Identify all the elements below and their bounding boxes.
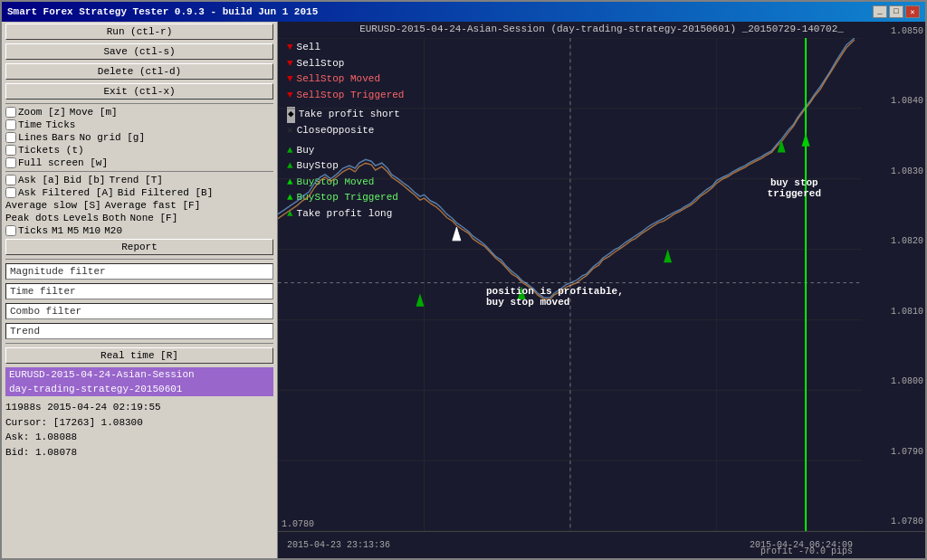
m20-label[interactable]: M20 bbox=[104, 225, 122, 236]
profit-label: profit -70.0 pips bbox=[760, 546, 853, 556]
annotation-position-profitable: position is profitable,buy stop moved bbox=[486, 275, 624, 329]
status-line2: Cursor: [17263] 1.08300 bbox=[5, 415, 273, 431]
ticks-label[interactable]: Ticks bbox=[45, 119, 75, 130]
bid-filtered-label[interactable]: Bid Filtered [B] bbox=[118, 187, 214, 198]
svg-marker-18 bbox=[802, 133, 810, 147]
zoom-label[interactable]: Zoom [z] bbox=[5, 107, 66, 118]
none-label[interactable]: None [F] bbox=[129, 213, 177, 223]
delete-button[interactable]: Delete (ctl-d) bbox=[5, 63, 273, 80]
zoom-checkbox[interactable] bbox=[5, 107, 16, 118]
time-label-left: 2015-04-23 23:13:36 bbox=[287, 540, 390, 550]
divider-4 bbox=[5, 343, 273, 344]
instrument-item-0[interactable]: EURUSD-2015-04-24-Asian-Session bbox=[5, 367, 273, 382]
chart-title: EURUSD-2015-04-24-Asian-Session (day-tra… bbox=[359, 24, 844, 34]
ask-filtered-checkbox[interactable] bbox=[5, 187, 16, 198]
realtime-button[interactable]: Real time [R] bbox=[5, 347, 273, 364]
peak-dots-label[interactable]: Peak dots bbox=[5, 213, 59, 223]
exit-button[interactable]: Exit (ctl-x) bbox=[5, 83, 273, 100]
fullscreen-label[interactable]: Full screen [w] bbox=[5, 157, 108, 168]
ask-bid-filtered-row: Ask Filtered [A] Bid Filtered [B] bbox=[2, 186, 277, 199]
tickets-checkbox[interactable] bbox=[5, 145, 16, 156]
move-label[interactable]: Move [m] bbox=[70, 107, 118, 118]
no-grid-label[interactable]: No grid [g] bbox=[79, 132, 145, 143]
main-window: Smart Forex Strategy Tester 0.9.3 - buil… bbox=[0, 0, 927, 560]
avg-fast-label[interactable]: Average fast [F] bbox=[105, 200, 201, 211]
status-line3: Ask: 1.08088 bbox=[5, 430, 273, 445]
divider-3 bbox=[5, 259, 273, 260]
zoom-move-row: Zoom [z] Move [m] bbox=[2, 106, 277, 119]
status-line4: Bid: 1.08078 bbox=[5, 445, 273, 460]
instrument-list: EURUSD-2015-04-24-Asian-Session day-trad… bbox=[5, 367, 273, 396]
time-ticks-row: Time Ticks bbox=[2, 119, 277, 131]
ask-checkbox[interactable] bbox=[5, 175, 16, 185]
lines-bars-row: Lines Bars No grid [g] bbox=[2, 131, 277, 144]
trend-filter[interactable]: Trend bbox=[5, 323, 273, 339]
price-7: 1.0790 bbox=[864, 447, 923, 457]
time-label[interactable]: Time bbox=[5, 119, 42, 130]
main-content: Run (ctl-r) Save (ctl-s) Delete (ctl-d) … bbox=[2, 22, 925, 558]
chart-area[interactable]: EURUSD-2015-04-24-Asian-Session (day-tra… bbox=[278, 22, 925, 558]
both-label[interactable]: Both bbox=[102, 213, 126, 223]
divider-2 bbox=[5, 171, 273, 172]
avg-slow-label[interactable]: Average slow [S] bbox=[5, 200, 101, 211]
lines-checkbox[interactable] bbox=[5, 132, 16, 143]
tickets-row: Tickets (t) bbox=[2, 144, 277, 157]
price-8: 1.0780 bbox=[864, 517, 923, 527]
m10-label[interactable]: M10 bbox=[82, 225, 100, 236]
combo-filter[interactable]: Combo filter bbox=[5, 303, 273, 319]
bars-label[interactable]: Bars bbox=[52, 132, 75, 143]
lines-label[interactable]: Lines bbox=[5, 132, 48, 143]
price-2: 1.0840 bbox=[864, 96, 923, 106]
timeframe-row: Ticks M1 M5 M10 M20 bbox=[2, 224, 277, 237]
magnitude-filter[interactable]: Magnitude filter bbox=[5, 263, 273, 280]
divider-1 bbox=[5, 103, 273, 104]
svg-marker-14 bbox=[416, 293, 425, 307]
annotation-buy-stop-triggered: buy stoptriggered bbox=[768, 166, 821, 210]
ask-bid-trend-row: Ask [a] Bid [b] Trend [T] bbox=[2, 174, 277, 186]
m5-label[interactable]: M5 bbox=[67, 225, 79, 236]
time-checkbox[interactable] bbox=[5, 119, 16, 130]
sidebar: Run (ctl-r) Save (ctl-s) Delete (ctl-d) … bbox=[2, 22, 278, 558]
instrument-item-1[interactable]: day-trading-strategy-20150601 bbox=[5, 382, 273, 396]
report-button[interactable]: Report bbox=[5, 239, 273, 255]
ask-filtered-label[interactable]: Ask Filtered [A] bbox=[5, 187, 114, 198]
levels-label[interactable]: Levels bbox=[62, 213, 99, 223]
save-button[interactable]: Save (ctl-s) bbox=[5, 43, 273, 60]
price-6: 1.0800 bbox=[864, 376, 923, 386]
status-area: 11988s 2015-04-24 02:19:55 Cursor: [1726… bbox=[2, 398, 277, 461]
maximize-button[interactable]: □ bbox=[889, 5, 903, 18]
run-button[interactable]: Run (ctl-r) bbox=[5, 24, 273, 40]
m1-label[interactable]: M1 bbox=[52, 225, 63, 236]
time-filter[interactable]: Time filter bbox=[5, 283, 273, 299]
svg-marker-16 bbox=[664, 250, 672, 263]
ticks-tf-checkbox[interactable] bbox=[5, 225, 16, 236]
price-axis: 1.0850 1.0840 1.0830 1.0820 1.0810 1.080… bbox=[862, 22, 925, 531]
fullscreen-checkbox[interactable] bbox=[5, 157, 16, 168]
ask-label[interactable]: Ask [a] bbox=[5, 175, 60, 185]
price-1: 1.0850 bbox=[864, 26, 923, 36]
bid-label[interactable]: Bid [b] bbox=[63, 175, 105, 185]
bottom-price-label: 1.0780 bbox=[282, 519, 314, 529]
trend-label[interactable]: Trend [T] bbox=[109, 175, 162, 185]
tickets-label[interactable]: Tickets (t) bbox=[5, 145, 84, 156]
svg-marker-17 bbox=[778, 139, 786, 153]
ticks-tf-label[interactable]: Ticks bbox=[5, 225, 48, 236]
peak-dots-row: Peak dots Levels Both None [F] bbox=[2, 212, 277, 224]
average-row: Average slow [S] Average fast [F] bbox=[2, 199, 277, 212]
status-line1: 11988s 2015-04-24 02:19:55 bbox=[5, 400, 273, 415]
close-button[interactable]: ✕ bbox=[905, 5, 920, 18]
fullscreen-row: Full screen [w] bbox=[2, 157, 277, 169]
price-4: 1.0820 bbox=[864, 236, 923, 246]
price-3: 1.0830 bbox=[864, 166, 923, 176]
price-5: 1.0810 bbox=[864, 307, 923, 317]
title-bar: Smart Forex Strategy Tester 0.9.3 - buil… bbox=[2, 2, 925, 22]
svg-marker-19 bbox=[453, 227, 461, 241]
window-controls: _ □ ✕ bbox=[873, 5, 920, 18]
window-title: Smart Forex Strategy Tester 0.9.3 - buil… bbox=[7, 6, 318, 17]
minimize-button[interactable]: _ bbox=[873, 5, 887, 18]
